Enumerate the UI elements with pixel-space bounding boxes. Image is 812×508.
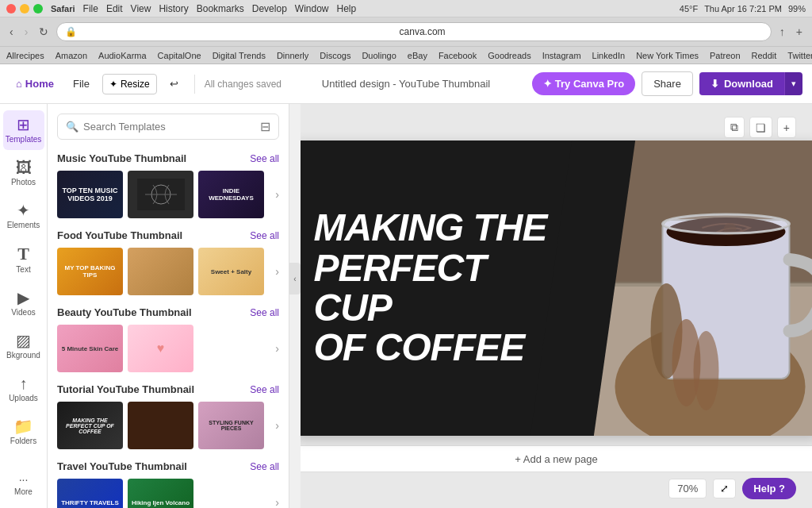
resize-button[interactable]: ✦ Resize [102,74,157,94]
panel-collapse-button[interactable]: ‹ [289,263,301,294]
sidebar-item-elements[interactable]: ✦ Elements [3,196,44,236]
category-food-see-all[interactable]: See all [250,230,279,241]
design-canvas[interactable]: MAKING THE PERFECT CUP OF COFFEE [301,140,812,436]
category-music-thumbs-row: TOP TEN MUSIC VIDEOS 2019 INDIE WEDNESDA… [57,171,279,218]
template-thumb[interactable]: MY TOP BAKING TIPS [57,248,123,295]
category-music-see-all[interactable]: See all [250,153,279,164]
add-element-button[interactable]: + [777,117,796,138]
chevron-right-icon[interactable]: › [275,419,279,432]
sidebar-item-background[interactable]: ▨ Bkground [3,326,44,366]
bookmark-reddit[interactable]: Reddit [752,51,777,60]
category-travel-see-all[interactable]: See all [250,461,279,472]
chevron-right-icon[interactable]: › [275,496,279,508]
bookmark-amazon[interactable]: Amazon [56,51,87,60]
home-button[interactable]: ⌂ Home [10,73,60,94]
sidebar-item-text[interactable]: T Text [3,239,44,280]
copy-to-clipboard-button[interactable]: ⧉ [724,117,745,138]
bookmark-facebook[interactable]: Facebook [439,51,477,60]
chevron-right-icon[interactable]: › [275,188,279,201]
bookmark-ebay[interactable]: eBay [408,51,427,60]
bookmark-audiokarma[interactable]: AudioKarma [98,51,147,60]
sidebar-item-more[interactable]: ··· More [3,468,44,502]
bookmark-allrecipes[interactable]: Allrecipes [6,51,44,60]
fullscreen-button[interactable]: ⤢ [713,479,736,498]
template-thumb[interactable] [128,171,193,218]
bookmark-capitalOne[interactable]: CapitalOne [158,51,201,60]
menu-item-window[interactable]: Window [295,3,329,14]
add-page-button[interactable]: + Add a new page [301,445,812,472]
sidebar-item-templates[interactable]: ⊞ Templates [3,110,44,150]
back-button[interactable]: ‹ [6,24,17,40]
bookmark-goodreads[interactable]: Goodreads [488,51,530,60]
share-browser-button[interactable]: ↑ [776,24,788,40]
resize-label: Resize [121,79,150,90]
design-title-text: Untitled design - YouTube Thumbnail [322,78,490,90]
toolbar-right-section: ✦ Try Canva Pro Share ⬇ Download ▾ [532,71,802,96]
bookmark-duolingo[interactable]: Duolingo [362,51,396,60]
menu-item-history[interactable]: History [159,3,188,14]
category-music-header: Music YouTube Thumbnail See all [57,152,279,164]
download-options-button[interactable]: ▾ [784,72,802,95]
template-thumb[interactable]: TOP TEN MUSIC VIDEOS 2019 [57,171,123,218]
search-input[interactable] [83,121,255,133]
sidebar-item-photos[interactable]: 🖼 Photos [3,153,44,193]
bookmark-dinnerly[interactable]: Dinnerly [277,51,308,60]
template-thumb[interactable]: THRIFTY TRAVELS [57,479,123,508]
heading-line2: PERFECT CUP [314,247,486,329]
bookmark-nyt[interactable]: New York Times [636,51,699,60]
template-thumb[interactable]: STYLING FUNKY PIECES [198,402,264,449]
auto-save-status: All changes saved [205,79,282,90]
zoom-level[interactable]: 70% [668,479,707,498]
sidebar-item-uploads[interactable]: ↑ Uploads [3,369,44,409]
category-food: Food YouTube Thumbnail See all MY TOP BA… [57,229,279,295]
background-icon: ▨ [16,333,31,348]
menu-item-file[interactable]: File [83,3,98,14]
template-thumb[interactable]: Sweet + Salty [198,248,264,295]
sidebar-item-folders[interactable]: 📁 Folders [3,412,44,452]
menu-item-edit[interactable]: Edit [106,3,123,14]
bookmark-twitter[interactable]: Twitter [787,51,812,60]
menu-item-bookmarks[interactable]: Bookmarks [197,3,244,14]
menu-item-help[interactable]: Help [337,3,357,14]
template-thumb[interactable]: INDIE WEDNESDAYS [198,171,264,218]
search-bar[interactable]: 🔍 ⊟ [57,114,279,140]
duplicate-button[interactable]: ❏ [749,117,772,138]
bookmark-linkedin[interactable]: LinkedIn [592,51,626,60]
url-text[interactable]: canva.com [82,26,762,37]
category-tutorial-header: Tutorial YouTube Thumbnail See all [57,383,279,395]
maximize-button[interactable] [33,4,43,13]
category-tutorial-see-all[interactable]: See all [250,384,279,395]
category-food-thumbs-row: MY TOP BAKING TIPS Sweet + Salty › [57,248,279,295]
close-button[interactable] [6,4,16,13]
menu-item-develop[interactable]: Develop [252,3,287,14]
bookmark-digital-trends[interactable]: Digital Trends [213,51,266,60]
reload-button[interactable]: ↻ [36,24,52,40]
template-thumb[interactable]: MAKING THE PERFECT CUP OF COFFEE [57,402,123,449]
template-thumb[interactable]: 5 Minute Skin Care [57,325,123,372]
download-button[interactable]: ⬇ Download [699,72,784,95]
thumb-label: 5 Minute Skin Care [57,325,123,372]
share-button[interactable]: Share [642,71,693,96]
template-thumb[interactable] [128,248,193,295]
filter-icon[interactable]: ⊟ [260,119,270,134]
chevron-right-icon[interactable]: › [275,265,279,278]
menu-item-view[interactable]: View [131,3,151,14]
add-page-label: + Add a new page [515,453,597,465]
help-button[interactable]: Help ? [742,478,796,499]
bookmark-patreon[interactable]: Patreon [710,51,741,60]
template-thumb[interactable]: ♥ [128,325,193,372]
new-tab-button[interactable]: + [793,24,806,40]
try-pro-button[interactable]: ✦ Try Canva Pro [532,72,635,95]
bookmark-instagram[interactable]: Instagram [542,51,581,60]
category-beauty-see-all[interactable]: See all [250,307,279,318]
forward-button[interactable]: › [21,24,32,40]
file-button[interactable]: File [67,73,96,94]
address-bar[interactable]: 🔒 canva.com [56,22,771,41]
minimize-button[interactable] [20,4,29,13]
bookmark-discogs[interactable]: Discogs [320,51,350,60]
undo-button[interactable]: ↩ [163,73,185,94]
template-thumb[interactable]: Hiking Ijen Volcano [128,479,193,508]
sidebar-item-videos[interactable]: ▶ Videos [3,283,44,323]
chevron-right-icon[interactable]: › [275,342,279,355]
template-thumb[interactable] [128,402,193,449]
